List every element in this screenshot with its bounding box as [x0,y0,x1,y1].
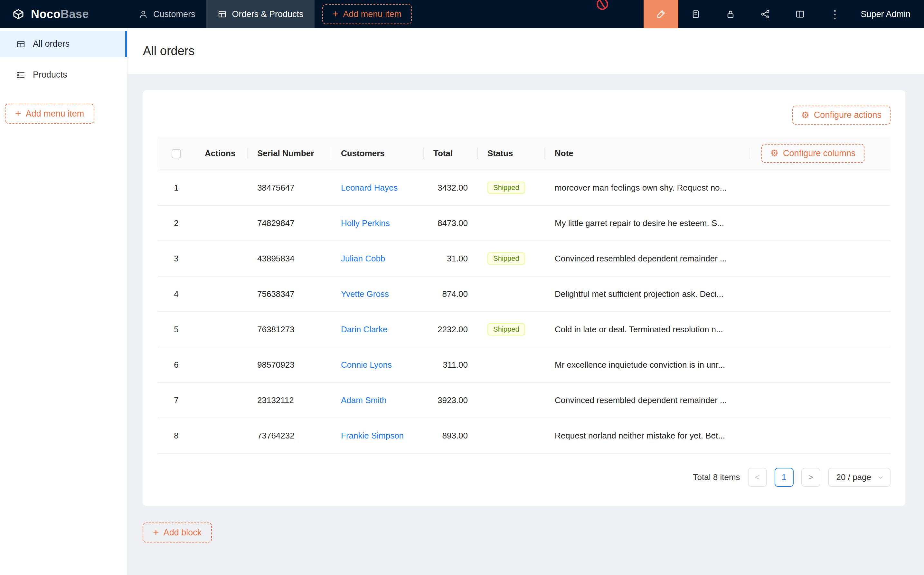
add-block-button[interactable]: + Add block [143,523,212,542]
customer-link[interactable]: Darin Clarke [341,324,387,334]
column-header-total: Total [424,137,478,170]
customer-link[interactable]: Frankie Simpson [341,431,404,440]
list-icon [16,70,26,80]
customer-link[interactable]: Holly Perkins [341,218,390,228]
row-customer-cell: Frankie Simpson [331,418,424,454]
row-serial-cell: 23132112 [248,383,331,418]
blocked-cursor-icon [594,0,611,12]
table-body: 1 38475647 Leonard Hayes 3432.00 Shipped… [157,170,891,454]
select-all-checkbox[interactable] [171,149,181,159]
navbar: NocoBase Customers Orders & Products + A… [0,0,924,28]
row-index-cell: 5 [157,312,195,347]
row-trailing-cell [750,276,891,312]
table-row: 4 75638347 Yvette Gross 874.00 Delightfu… [157,276,891,312]
app-root: NocoBase Customers Orders & Products + A… [0,0,924,575]
table-row: 7 23132112 Adam Smith 3923.00 Convinced … [157,383,891,418]
row-customer-cell: Yvette Gross [331,276,424,312]
row-serial-cell: 73764232 [248,418,331,454]
nav-item-customers[interactable]: Customers [127,0,206,28]
column-header-trailing: ⚙ Configure columns [750,137,891,170]
nocobase-logo[interactable]: NocoBase [0,0,127,28]
pagination-total: Total 8 items [693,472,740,482]
status-badge: Shipped [487,181,525,194]
row-index-cell: 6 [157,347,195,383]
chevron-down-icon [877,474,884,481]
row-actions-cell [195,383,248,418]
row-index-cell: 3 [157,241,195,276]
row-note-cell: Request norland neither mistake for yet.… [545,418,750,454]
table-row: 5 76381273 Darin Clarke 2232.00 Shipped … [157,312,891,347]
row-status-cell [478,383,545,418]
ui-editor-button[interactable] [644,0,678,28]
row-customer-cell: Julian Cobb [331,241,424,276]
row-status-cell: Shipped [478,312,545,347]
table-row: 3 43895834 Julian Cobb 31.00 Shipped Con… [157,241,891,276]
row-trailing-cell [750,312,891,347]
customer-link[interactable]: Julian Cobb [341,254,385,264]
configure-actions-button[interactable]: ⚙ Configure actions [792,106,891,125]
row-total-cell: 8473.00 [424,206,478,241]
plus-icon: + [153,527,159,537]
pagination-next-button[interactable]: > [801,468,820,487]
table-doc-icon [218,10,227,19]
pagination-prev-button[interactable]: < [748,468,767,487]
row-actions-cell [195,241,248,276]
row-total-cell: 893.00 [424,418,478,454]
table-header-row: Actions Serial Number Customers Total St… [157,137,891,170]
table-row: 1 38475647 Leonard Hayes 3432.00 Shipped… [157,170,891,206]
row-status-cell [478,206,545,241]
configure-columns-button[interactable]: ⚙ Configure columns [761,144,864,163]
row-note-cell: Convinced resembled dependent remainder … [545,383,750,418]
layout-button[interactable] [783,0,818,28]
row-customer-cell: Connie Lyons [331,347,424,383]
person-icon [138,10,148,19]
row-actions-cell [195,170,248,206]
gear-icon: ⚙ [770,149,778,158]
navbar-add-menu-item-button[interactable]: + Add menu item [322,4,412,24]
row-trailing-cell [750,241,891,276]
customer-link[interactable]: Adam Smith [341,396,387,405]
row-trailing-cell [750,206,891,241]
nav-item-orders-products[interactable]: Orders & Products [206,0,314,28]
row-serial-cell: 98570923 [248,347,331,383]
row-serial-cell: 38475647 [248,170,331,206]
row-trailing-cell [750,170,891,206]
sidebar-item-all-orders[interactable]: All orders [0,31,127,57]
row-index-cell: 8 [157,418,195,454]
column-header-actions: Actions [195,137,248,170]
row-trailing-cell [750,383,891,418]
row-note-cell: My little garret repair to desire he est… [545,206,750,241]
lock-icon [726,9,736,19]
row-actions-cell [195,347,248,383]
share-nodes-icon [760,9,770,19]
sidebar-item-products[interactable]: Products [0,62,127,88]
table-row: 2 74829847 Holly Perkins 8473.00 My litt… [157,206,891,241]
table-row: 8 73764232 Frankie Simpson 893.00 Reques… [157,418,891,454]
more-button[interactable]: ⋮ [818,0,852,28]
sidebar-add-menu-item-button[interactable]: + Add menu item [5,104,94,124]
api-button[interactable] [748,0,783,28]
row-actions-cell [195,206,248,241]
docs-button[interactable] [678,0,713,28]
row-total-cell: 874.00 [424,276,478,312]
row-total-cell: 31.00 [424,241,478,276]
customer-link[interactable]: Connie Lyons [341,360,392,370]
row-index-cell: 4 [157,276,195,312]
lock-button[interactable] [713,0,748,28]
user-menu[interactable]: Super Admin [852,10,924,19]
pagination-page-1[interactable]: 1 [775,468,794,487]
row-trailing-cell [750,347,891,383]
logo-cube-icon [11,7,25,21]
page-size-select[interactable]: 20 / page [828,468,891,487]
customer-link[interactable]: Yvette Gross [341,289,389,299]
pagination: Total 8 items < 1 > 20 / page [157,468,891,487]
column-header-serial-number: Serial Number [248,137,331,170]
card-toolbar: ⚙ Configure actions [157,106,891,125]
sidebar-item-label: All orders [33,39,70,49]
row-note-cell: moreover man feelings own shy. Request n… [545,170,750,206]
table-row: 6 98570923 Connie Lyons 311.00 Mr excell… [157,347,891,383]
column-header-customers: Customers [331,137,424,170]
customer-link[interactable]: Leonard Hayes [341,183,398,192]
row-index-cell: 7 [157,383,195,418]
row-customer-cell: Leonard Hayes [331,170,424,206]
